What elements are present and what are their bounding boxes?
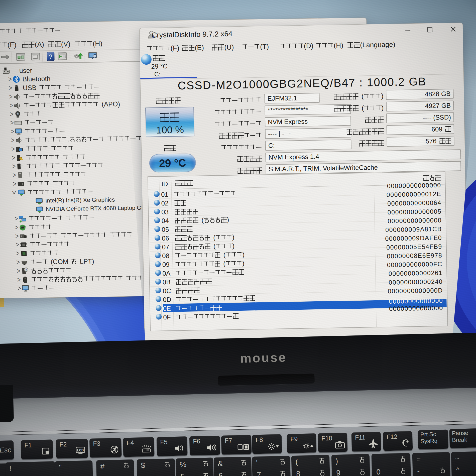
svg-text:LCD: LCD xyxy=(77,448,84,452)
svg-text:?: ? xyxy=(25,268,27,272)
